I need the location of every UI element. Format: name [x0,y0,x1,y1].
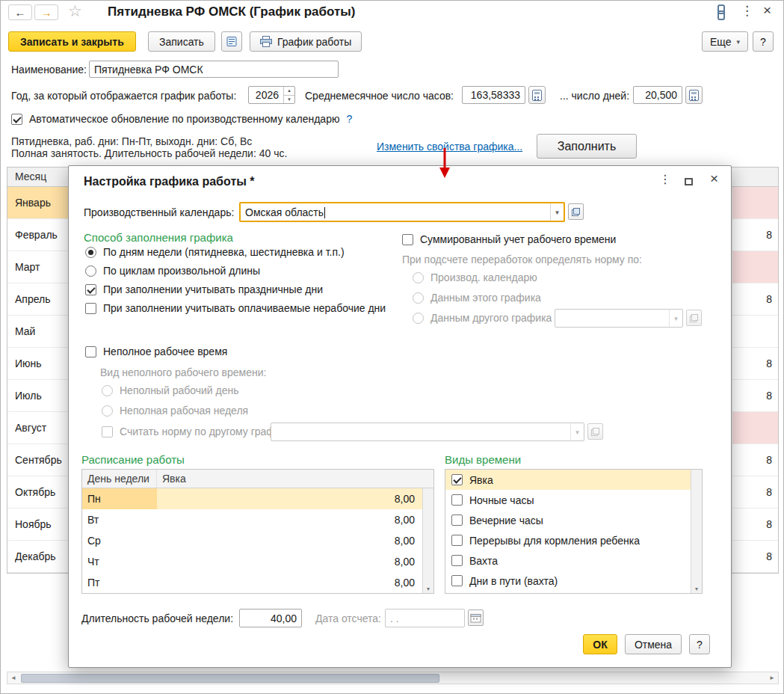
dialog-help-button[interactable]: ? [689,634,710,654]
work-schedule-scrollbar[interactable]: ▾ [422,488,433,593]
work-schedule-header: Расписание работы [81,453,185,466]
other-schedule-radio [413,313,424,324]
dialog-close-icon[interactable]: × [710,171,718,187]
month-label: Декабрь [15,541,56,572]
time-kind-checkbox[interactable] [451,535,463,546]
name-input[interactable] [89,61,339,78]
time-kind-row-5[interactable]: Вахта [445,550,691,571]
hours-cell: 8,00 [157,509,422,530]
time-kind-checkbox[interactable] [451,575,463,586]
month-label: Август [15,412,46,443]
year-spin-buttons[interactable]: ▴ ▾ [283,87,294,103]
by-weekdays-radio[interactable] [85,247,96,258]
option-by-weekdays[interactable]: По дням недели (пятидневка, шестидневка … [85,246,345,258]
schedule-row-3[interactable]: Ср8,00 [82,530,422,551]
month-label: Ноябрь [15,509,52,540]
time-kind-row-4[interactable]: Перерывы для кормления ребенка [445,530,691,550]
close-window-icon[interactable]: × [763,2,771,19]
day-cell: Вт [82,509,157,530]
save-button[interactable]: Записать [148,31,215,52]
dialog-kebab-menu-icon[interactable]: ⋮ [659,172,671,186]
auto-update-checkbox[interactable] [11,114,22,125]
spin-down-icon[interactable]: ▾ [284,96,294,104]
month-label: Февраль [15,219,58,251]
attendance-column-header[interactable]: Явка [157,470,433,488]
time-kind-label: Дни в пути (вахта) [469,575,558,587]
option-holidays[interactable]: При заполнении учитывать праздничные дни [85,283,323,295]
nav-back-button[interactable]: ← [8,4,32,20]
avg-days-input[interactable] [633,86,682,104]
window-title: Пятидневка РФ ОМСК (График работы) [108,4,356,19]
time-kinds-scrollbar[interactable]: ▾ [691,470,702,593]
time-kind-row-1[interactable]: Явка [445,470,691,490]
avg-days-label: ... число дней: [560,90,629,102]
journal-button[interactable] [221,31,242,52]
cancel-button[interactable]: Отмена [625,634,682,654]
nav-forward-button[interactable]: → [34,4,58,20]
time-kind-checkbox[interactable] [451,494,463,506]
production-calendar-combo[interactable]: Омская область ▾ [239,202,565,222]
production-calendar-choose-button[interactable] [568,203,584,220]
option-part-time[interactable]: Неполное рабочее время [85,346,227,357]
norm-other-schedule-combo: ▾ [271,423,584,441]
year-stepper[interactable]: 2026 ▴ ▾ [248,86,295,104]
avg-days-calc-button[interactable] [685,86,703,104]
option-paid-nonworking[interactable]: При заполнении учитывать оплачиваемые не… [85,302,386,314]
save-and-close-button[interactable]: Записать и закрыть [8,31,136,52]
summarized-label: Суммированный учет рабочего времени [420,233,616,245]
month-day-cell: 8 [732,476,778,508]
time-kind-label: Вечерние часы [469,515,543,526]
schedule-row-5[interactable]: Пт8,00 [82,572,422,593]
norm-other-schedule-checkbox [102,426,113,437]
auto-update-help-link[interactable]: ? [346,113,352,125]
part-time-checkbox[interactable] [85,346,96,357]
kebab-menu-icon[interactable]: ⋮ [741,3,753,19]
start-date-input: . . [385,609,465,627]
forward-arrow-icon: → [41,6,52,19]
dialog-maximize-icon[interactable] [685,176,693,188]
holidays-checkbox[interactable] [85,284,96,295]
dropdown-arrow-icon[interactable]: ▾ [550,203,564,221]
scrollbar-thumb[interactable] [21,674,439,683]
option-by-cycles[interactable]: По циклам произвольной длины [85,265,260,277]
avg-hours-input[interactable] [462,86,525,104]
prod-calendar-radio [413,272,424,283]
spin-up-icon[interactable]: ▴ [284,87,294,96]
auto-update-label: Автоматическое обновление по производств… [29,113,339,125]
by-cycles-radio[interactable] [85,265,96,277]
part-week-radio [102,405,113,417]
schedule-row-2[interactable]: Вт8,00 [82,509,422,530]
time-kind-checkbox[interactable] [451,515,463,526]
option-summarized[interactable]: Суммированный учет рабочего времени [402,233,616,245]
other-schedule-label: Данным другого графика [430,312,552,324]
schedule-row-1[interactable]: Пн8,00 [82,488,422,509]
avg-hours-calc-button[interactable] [528,86,546,104]
help-button[interactable]: ? [753,31,774,52]
more-button[interactable]: Еще ▾ [702,31,748,52]
part-day-label: Неполный рабочий день [120,384,239,396]
fill-button[interactable]: Заполнить [537,134,637,159]
scroll-down-icon[interactable]: ▾ [423,586,433,592]
choose-icon [690,314,698,322]
scroll-right-icon[interactable]: ► [766,675,778,681]
scroll-left-icon[interactable]: ◄ [7,675,19,681]
part-day-radio [102,385,113,396]
option-part-day: Неполный рабочий день [102,384,239,396]
scroll-down-icon[interactable]: ▾ [691,586,702,592]
this-schedule-label: Данным этого графика [430,292,541,304]
week-length-input[interactable] [239,609,302,627]
work-schedule-print-button[interactable]: График работы [250,31,362,52]
month-day-cell [732,187,778,218]
day-column-header[interactable]: День недели [82,470,157,488]
time-kind-row-3[interactable]: Вечерние часы [445,510,691,530]
schedule-row-4[interactable]: Чт8,00 [82,551,422,572]
time-kind-checkbox[interactable] [451,474,463,485]
time-kind-row-6[interactable]: Дни в пути (вахта) [445,571,691,591]
time-kind-checkbox[interactable] [451,555,463,566]
summarized-checkbox[interactable] [402,234,413,245]
horizontal-scrollbar[interactable]: ◄ ► [7,672,779,684]
ok-button[interactable]: ОК [583,634,617,654]
paid-nonworking-checkbox[interactable] [85,303,96,314]
time-kind-row-2[interactable]: Ночные часы [445,490,691,510]
favorite-star-icon[interactable]: ☆ [68,2,82,20]
